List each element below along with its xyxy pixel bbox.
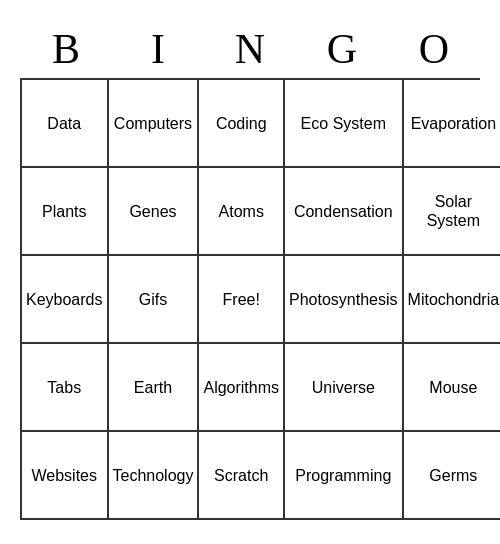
cell-text: Earth (134, 378, 172, 397)
cell-text: Plants (42, 202, 86, 221)
cell-text: Eco System (301, 114, 386, 133)
bingo-cell: Condensation (285, 168, 404, 256)
bingo-cell: Algorithms (199, 344, 285, 432)
cell-text: Mitochondria (408, 290, 500, 309)
bingo-cell: Earth (109, 344, 200, 432)
cell-text: Condensation (294, 202, 393, 221)
bingo-cell: Plants (22, 168, 109, 256)
bingo-header: BINGO (20, 24, 480, 74)
cell-text: Keyboards (26, 290, 103, 309)
cell-text: Atoms (219, 202, 264, 221)
bingo-letter: B (20, 24, 112, 74)
bingo-cell: Germs (404, 432, 500, 520)
cell-text: Genes (129, 202, 176, 221)
bingo-cell: Computers (109, 80, 200, 168)
bingo-cell: Genes (109, 168, 200, 256)
bingo-cell: Eco System (285, 80, 404, 168)
bingo-cell: Evaporation (404, 80, 500, 168)
cell-text: Evaporation (411, 114, 496, 133)
bingo-cell: Tabs (22, 344, 109, 432)
bingo-cell: Solar System (404, 168, 500, 256)
cell-text: Gifs (139, 290, 167, 309)
bingo-cell: Coding (199, 80, 285, 168)
bingo-cell: Keyboards (22, 256, 109, 344)
bingo-cell: Websites (22, 432, 109, 520)
bingo-cell: Programming (285, 432, 404, 520)
bingo-cell: Scratch (199, 432, 285, 520)
bingo-letter: I (112, 24, 204, 74)
cell-text: Coding (216, 114, 267, 133)
bingo-letter: G (296, 24, 388, 74)
cell-text: Solar System (408, 192, 500, 230)
cell-text: Tabs (47, 378, 81, 397)
cell-text: Scratch (214, 466, 268, 485)
cell-text: Algorithms (203, 378, 279, 397)
cell-text: Technology (113, 466, 194, 485)
bingo-cell: Free! (199, 256, 285, 344)
cell-text: Mouse (429, 378, 477, 397)
bingo-cell: Data (22, 80, 109, 168)
cell-text: Photosynthesis (289, 290, 398, 309)
bingo-letter: O (388, 24, 480, 74)
bingo-cell: Technology (109, 432, 200, 520)
cell-text: Universe (312, 378, 375, 397)
cell-text: Computers (114, 114, 192, 133)
bingo-cell: Mitochondria (404, 256, 500, 344)
bingo-cell: Atoms (199, 168, 285, 256)
cell-text: Germs (429, 466, 477, 485)
bingo-grid: DataComputersCodingEco SystemEvaporation… (20, 78, 480, 520)
cell-text: Programming (295, 466, 391, 485)
bingo-card: BINGO DataComputersCodingEco SystemEvapo… (10, 14, 490, 530)
bingo-cell: Gifs (109, 256, 200, 344)
bingo-cell: Mouse (404, 344, 500, 432)
bingo-letter: N (204, 24, 296, 74)
bingo-cell: Universe (285, 344, 404, 432)
cell-text: Data (47, 114, 81, 133)
cell-text: Websites (31, 466, 97, 485)
cell-text: Free! (223, 290, 260, 309)
bingo-cell: Photosynthesis (285, 256, 404, 344)
